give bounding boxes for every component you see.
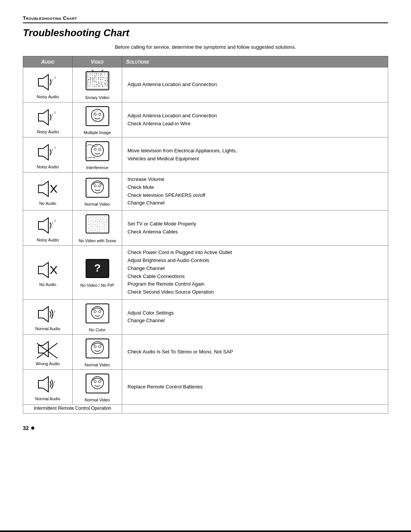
svg-point-147 bbox=[104, 224, 105, 225]
audio-cell: No Audio bbox=[23, 173, 73, 211]
svg-rect-54 bbox=[107, 81, 107, 81]
svg-rect-71 bbox=[100, 84, 101, 85]
audio-icon-wrap: Wrong Audio bbox=[26, 338, 69, 366]
audio-icon: ♪ ♫ bbox=[35, 106, 61, 129]
svg-marker-109 bbox=[38, 218, 48, 233]
svg-rect-69 bbox=[96, 85, 97, 85]
svg-point-171 bbox=[97, 231, 98, 232]
svg-marker-95 bbox=[38, 145, 48, 160]
svg-point-169 bbox=[92, 230, 93, 231]
svg-rect-72 bbox=[103, 85, 103, 85]
svg-point-127 bbox=[100, 219, 100, 220]
solution-item: Replace Remote Control Batteries bbox=[127, 383, 382, 391]
svg-point-119 bbox=[102, 217, 103, 218]
svg-point-144 bbox=[97, 224, 97, 225]
svg-point-181 bbox=[91, 307, 104, 319]
audio-icon-wrap: No Audio bbox=[26, 177, 69, 206]
svg-text:♪: ♪ bbox=[51, 220, 53, 225]
svg-point-117 bbox=[97, 217, 98, 217]
svg-rect-7 bbox=[92, 74, 92, 75]
audio-icon bbox=[35, 177, 61, 200]
svg-point-149 bbox=[88, 225, 88, 226]
solution-item: Change Channel bbox=[127, 199, 382, 207]
video-cell: Normal Video bbox=[73, 369, 122, 404]
audio-icon-wrap: ♪ ♫ Noisy Audio bbox=[26, 71, 69, 99]
video-cell: Multiple Image bbox=[73, 102, 122, 137]
svg-rect-84 bbox=[107, 86, 107, 86]
svg-rect-9 bbox=[96, 73, 97, 74]
audio-label: Normal Audio bbox=[35, 326, 60, 331]
table-row: ♪ ♫ Noisy Audio No Video with Snow Set T… bbox=[23, 211, 388, 246]
audio-cell: ♪ Normal Audio bbox=[23, 369, 73, 404]
svg-rect-22 bbox=[102, 75, 103, 76]
svg-point-172 bbox=[99, 231, 100, 232]
svg-rect-20 bbox=[98, 75, 99, 76]
audio-label: Noisy Audio bbox=[37, 94, 59, 99]
video-label: No Video / No PIP bbox=[80, 283, 114, 288]
svg-rect-32 bbox=[102, 77, 103, 78]
svg-rect-38 bbox=[94, 79, 94, 80]
svg-rect-31 bbox=[100, 77, 101, 78]
svg-rect-36 bbox=[89, 79, 90, 80]
solutions-cell: Adjust Antenna Location and Connection bbox=[122, 67, 388, 102]
section-header: Troubleshooting Chart bbox=[23, 15, 388, 23]
video-icon-wrap: Interference bbox=[76, 140, 119, 170]
svg-point-158 bbox=[88, 228, 89, 229]
svg-point-170 bbox=[95, 230, 96, 231]
audio-icon: ♪ bbox=[35, 303, 61, 326]
svg-text:?: ? bbox=[94, 262, 100, 274]
svg-marker-184 bbox=[38, 342, 48, 357]
audio-icon-wrap: ♪ Normal Audio bbox=[26, 303, 69, 331]
svg-point-163 bbox=[99, 228, 100, 229]
svg-rect-13 bbox=[104, 73, 105, 74]
video-icon-wrap: Multiple Image bbox=[76, 105, 119, 135]
svg-rect-50 bbox=[98, 81, 99, 82]
svg-marker-0 bbox=[38, 75, 48, 90]
svg-rect-27 bbox=[92, 77, 93, 78]
table-row: ♪ ♫ Noisy Audio Multiple Image Adjust An… bbox=[23, 102, 388, 137]
svg-rect-24 bbox=[107, 75, 107, 76]
video-icon-wrap: Normal Video bbox=[76, 337, 119, 367]
video-cell: No Video with Snow bbox=[73, 211, 122, 246]
footer-row: Intermittent Remote Control Operation bbox=[23, 404, 388, 413]
svg-point-183 bbox=[99, 310, 101, 313]
svg-rect-74 bbox=[107, 85, 108, 85]
audio-cell: ♪ ♫ Noisy Audio bbox=[23, 67, 73, 102]
table-row: ♪ ♫ Noisy Audio Snowy Video Adjust Anten… bbox=[23, 67, 388, 102]
audio-icon bbox=[35, 338, 61, 361]
svg-text:♫: ♫ bbox=[54, 110, 56, 114]
svg-point-128 bbox=[102, 219, 103, 220]
audio-label: Noisy Audio bbox=[37, 238, 59, 242]
solutions-cell: Check Power Cord is Plugged into Active … bbox=[122, 246, 388, 300]
svg-rect-35 bbox=[88, 79, 89, 80]
solution-item: Set TV or Cable Mode Properly bbox=[127, 220, 382, 228]
col-solutions: Solutions bbox=[122, 56, 388, 67]
solution-item: Check television SPEAKERS on/off bbox=[127, 192, 382, 200]
svg-rect-80 bbox=[99, 86, 99, 86]
svg-rect-30 bbox=[98, 77, 99, 78]
svg-rect-12 bbox=[102, 74, 103, 74]
svg-rect-26 bbox=[90, 77, 91, 78]
solutions-cell: Check Audio Is Set To Stereo or Mono, No… bbox=[122, 334, 388, 369]
video-cell: Interference bbox=[73, 137, 122, 173]
solution-item: Check Second Video Source Operation bbox=[127, 288, 382, 296]
svg-rect-11 bbox=[100, 74, 101, 75]
solutions-cell: Adjust Antenna Location and ConnectionCh… bbox=[122, 102, 388, 137]
svg-rect-21 bbox=[100, 75, 101, 76]
video-icon-wrap: Normal Video bbox=[76, 372, 119, 402]
video-icon bbox=[84, 302, 111, 327]
svg-point-195 bbox=[94, 380, 96, 383]
svg-rect-49 bbox=[96, 81, 96, 82]
svg-text:♪: ♪ bbox=[51, 147, 53, 152]
svg-rect-79 bbox=[96, 86, 97, 86]
video-cell: No Color bbox=[73, 299, 122, 334]
svg-point-165 bbox=[104, 229, 105, 230]
solution-item: Check Cable Connections bbox=[127, 273, 382, 281]
svg-rect-33 bbox=[105, 77, 105, 78]
table-row: ♪ Normal Audio No Color Adjust Color Set… bbox=[23, 299, 388, 334]
svg-rect-53 bbox=[105, 80, 105, 81]
audio-cell: ♪ ♫ Noisy Audio bbox=[23, 211, 73, 246]
svg-point-121 bbox=[107, 217, 107, 217]
svg-point-108 bbox=[99, 185, 101, 187]
audio-icon: ♪ ♫ bbox=[35, 214, 61, 237]
